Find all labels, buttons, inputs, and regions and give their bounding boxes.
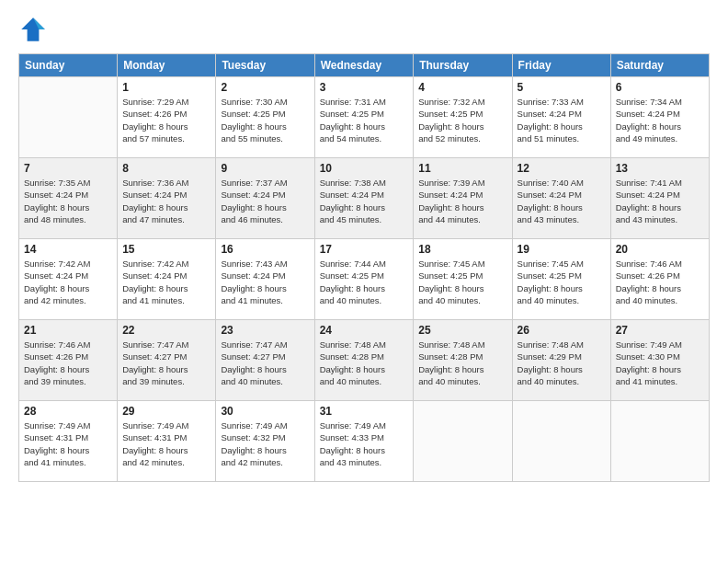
day-number: 14 [24,243,112,256]
day-info: Sunrise: 7:49 AM Sunset: 4:31 PM Dayligh… [122,419,210,468]
day-info: Sunrise: 7:43 AM Sunset: 4:24 PM Dayligh… [221,258,309,306]
column-header-thursday: Thursday [414,54,512,77]
calendar-cell: 30Sunrise: 7:49 AM Sunset: 4:32 PM Dayli… [216,401,314,482]
calendar-cell: 5Sunrise: 7:33 AM Sunset: 4:24 PM Daylig… [512,77,610,158]
day-info: Sunrise: 7:49 AM Sunset: 4:31 PM Dayligh… [24,419,112,468]
calendar-cell [610,401,709,482]
day-info: Sunrise: 7:48 AM Sunset: 4:29 PM Dayligh… [518,339,606,387]
day-info: Sunrise: 7:48 AM Sunset: 4:28 PM Dayligh… [418,339,506,387]
header [18,15,710,44]
day-number: 3 [320,81,409,94]
logo-icon [18,15,48,44]
day-info: Sunrise: 7:42 AM Sunset: 4:24 PM Dayligh… [122,258,210,306]
day-info: Sunrise: 7:35 AM Sunset: 4:24 PM Dayligh… [24,177,112,225]
calendar-cell: 9Sunrise: 7:37 AM Sunset: 4:24 PM Daylig… [216,158,314,239]
calendar-cell: 15Sunrise: 7:42 AM Sunset: 4:24 PM Dayli… [118,239,216,320]
day-info: Sunrise: 7:36 AM Sunset: 4:24 PM Dayligh… [122,177,210,225]
day-number: 26 [518,324,606,337]
calendar-cell: 19Sunrise: 7:45 AM Sunset: 4:25 PM Dayli… [512,239,610,320]
day-info: Sunrise: 7:33 AM Sunset: 4:24 PM Dayligh… [518,96,606,144]
day-number: 2 [221,81,309,94]
calendar-cell: 17Sunrise: 7:44 AM Sunset: 4:25 PM Dayli… [314,239,414,320]
calendar-cell: 27Sunrise: 7:49 AM Sunset: 4:30 PM Dayli… [610,320,709,401]
day-number: 1 [122,81,210,94]
calendar-cell: 21Sunrise: 7:46 AM Sunset: 4:26 PM Dayli… [19,320,118,401]
day-number: 12 [518,162,606,175]
day-number: 9 [221,162,309,175]
calendar-cell: 11Sunrise: 7:39 AM Sunset: 4:24 PM Dayli… [414,158,512,239]
day-number: 18 [418,243,506,256]
calendar-cell: 13Sunrise: 7:41 AM Sunset: 4:24 PM Dayli… [610,158,709,239]
calendar-cell: 8Sunrise: 7:36 AM Sunset: 4:24 PM Daylig… [118,158,216,239]
calendar-cell: 14Sunrise: 7:42 AM Sunset: 4:24 PM Dayli… [19,239,118,320]
day-info: Sunrise: 7:48 AM Sunset: 4:28 PM Dayligh… [320,339,409,387]
day-info: Sunrise: 7:46 AM Sunset: 4:26 PM Dayligh… [616,258,704,306]
day-number: 19 [518,243,606,256]
column-header-sunday: Sunday [19,54,118,77]
day-number: 30 [221,405,309,418]
day-number: 21 [24,324,112,337]
day-info: Sunrise: 7:34 AM Sunset: 4:24 PM Dayligh… [616,96,704,144]
calendar-cell: 22Sunrise: 7:47 AM Sunset: 4:27 PM Dayli… [118,320,216,401]
day-number: 31 [320,405,409,418]
calendar-table: SundayMondayTuesdayWednesdayThursdayFrid… [18,53,710,482]
day-number: 4 [418,81,506,94]
day-info: Sunrise: 7:46 AM Sunset: 4:26 PM Dayligh… [24,339,112,387]
day-info: Sunrise: 7:44 AM Sunset: 4:25 PM Dayligh… [320,258,409,306]
calendar-cell [414,401,512,482]
page-container: SundayMondayTuesdayWednesdayThursdayFrid… [0,0,728,563]
day-info: Sunrise: 7:32 AM Sunset: 4:25 PM Dayligh… [418,96,506,144]
day-number: 20 [616,243,704,256]
calendar-week-row: 14Sunrise: 7:42 AM Sunset: 4:24 PM Dayli… [19,239,710,320]
day-number: 8 [122,162,210,175]
column-header-saturday: Saturday [610,54,709,77]
calendar-week-row: 1Sunrise: 7:29 AM Sunset: 4:26 PM Daylig… [19,77,710,158]
calendar-cell: 29Sunrise: 7:49 AM Sunset: 4:31 PM Dayli… [118,401,216,482]
day-info: Sunrise: 7:47 AM Sunset: 4:27 PM Dayligh… [221,339,309,387]
day-number: 22 [122,324,210,337]
column-header-monday: Monday [118,54,216,77]
calendar-cell: 4Sunrise: 7:32 AM Sunset: 4:25 PM Daylig… [414,77,512,158]
day-info: Sunrise: 7:38 AM Sunset: 4:24 PM Dayligh… [320,177,409,225]
calendar-header-row: SundayMondayTuesdayWednesdayThursdayFrid… [19,54,710,77]
logo [18,15,51,44]
calendar-week-row: 21Sunrise: 7:46 AM Sunset: 4:26 PM Dayli… [19,320,710,401]
calendar-cell: 10Sunrise: 7:38 AM Sunset: 4:24 PM Dayli… [314,158,414,239]
calendar-cell: 7Sunrise: 7:35 AM Sunset: 4:24 PM Daylig… [19,158,118,239]
day-info: Sunrise: 7:45 AM Sunset: 4:25 PM Dayligh… [518,258,606,306]
calendar-cell: 31Sunrise: 7:49 AM Sunset: 4:33 PM Dayli… [314,401,414,482]
column-header-tuesday: Tuesday [216,54,314,77]
day-number: 29 [122,405,210,418]
calendar-cell: 24Sunrise: 7:48 AM Sunset: 4:28 PM Dayli… [314,320,414,401]
calendar-cell: 25Sunrise: 7:48 AM Sunset: 4:28 PM Dayli… [414,320,512,401]
day-number: 17 [320,243,409,256]
column-header-wednesday: Wednesday [314,54,414,77]
day-info: Sunrise: 7:29 AM Sunset: 4:26 PM Dayligh… [122,96,210,144]
day-info: Sunrise: 7:40 AM Sunset: 4:24 PM Dayligh… [518,177,606,225]
day-number: 10 [320,162,409,175]
calendar-cell: 1Sunrise: 7:29 AM Sunset: 4:26 PM Daylig… [118,77,216,158]
calendar-cell: 2Sunrise: 7:30 AM Sunset: 4:25 PM Daylig… [216,77,314,158]
day-number: 16 [221,243,309,256]
day-number: 7 [24,162,112,175]
day-number: 15 [122,243,210,256]
day-info: Sunrise: 7:47 AM Sunset: 4:27 PM Dayligh… [122,339,210,387]
calendar-cell: 12Sunrise: 7:40 AM Sunset: 4:24 PM Dayli… [512,158,610,239]
day-info: Sunrise: 7:41 AM Sunset: 4:24 PM Dayligh… [616,177,704,225]
day-number: 5 [518,81,606,94]
day-info: Sunrise: 7:45 AM Sunset: 4:25 PM Dayligh… [418,258,506,306]
day-info: Sunrise: 7:37 AM Sunset: 4:24 PM Dayligh… [221,177,309,225]
day-number: 13 [616,162,704,175]
calendar-cell: 28Sunrise: 7:49 AM Sunset: 4:31 PM Dayli… [19,401,118,482]
day-info: Sunrise: 7:49 AM Sunset: 4:33 PM Dayligh… [320,419,409,468]
day-number: 23 [221,324,309,337]
calendar-cell: 20Sunrise: 7:46 AM Sunset: 4:26 PM Dayli… [610,239,709,320]
day-info: Sunrise: 7:30 AM Sunset: 4:25 PM Dayligh… [221,96,309,144]
calendar-cell: 23Sunrise: 7:47 AM Sunset: 4:27 PM Dayli… [216,320,314,401]
column-header-friday: Friday [512,54,610,77]
day-number: 11 [418,162,506,175]
calendar-cell: 18Sunrise: 7:45 AM Sunset: 4:25 PM Dayli… [414,239,512,320]
day-number: 28 [24,405,112,418]
calendar-cell [19,77,118,158]
day-number: 25 [418,324,506,337]
